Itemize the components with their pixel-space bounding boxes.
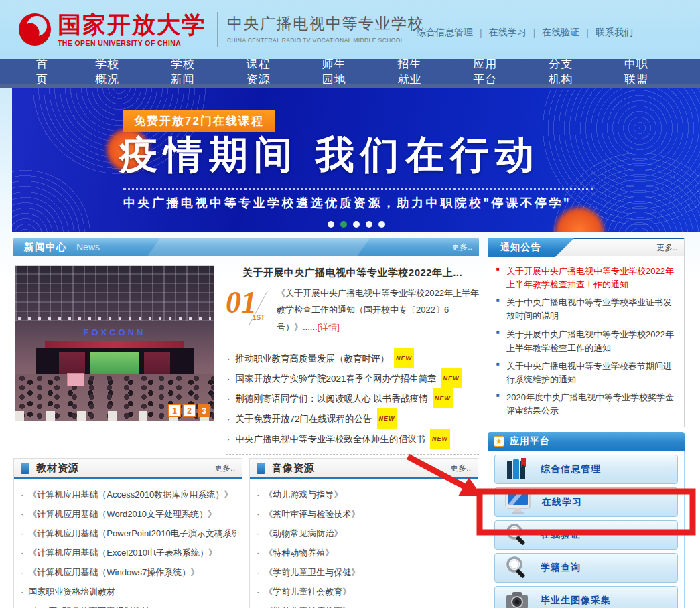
featured-detail-link[interactable]: [详情]: [318, 322, 340, 332]
star-icon: ★: [494, 436, 504, 447]
news-list-item[interactable]: ·推动职业教育高质量发展（教育时评）NEW: [227, 348, 479, 368]
photo-pagination: 1 2 3: [168, 404, 210, 417]
av-item[interactable]: ·《学前儿童社会教育》: [257, 582, 472, 601]
university-logo-icon: ★ ★: [17, 12, 52, 47]
featured-rank-suffix: 1ST: [253, 314, 265, 321]
av-item[interactable]: ·《幼儿游戏与指导》: [257, 485, 472, 504]
photo-page-1[interactable]: 1: [168, 404, 181, 417]
app-platform-header: ★ 应用平台: [488, 432, 685, 451]
av-more-link[interactable]: 更多..: [450, 463, 471, 474]
photo-screen-center: [90, 352, 138, 376]
app-platform-box: ★ 应用平台 综合信息管理: [488, 432, 685, 608]
notice-more-link[interactable]: 更多..: [656, 242, 677, 254]
site-header: ★ ★ 国家开放大学 THE OPEN UNIVERSITY OF CHINA …: [0, 0, 700, 59]
top-link-online-verify[interactable]: 在线验证: [542, 27, 579, 39]
main-nav: 首页 学校概况 学校新闻 课程资源 师生园地 招生就业 应用平台 分支机构 中职…: [0, 59, 700, 88]
platform-button-graduate-photo[interactable]: 毕业生图像采集: [494, 586, 678, 608]
top-link-contact[interactable]: 联系我们: [596, 27, 633, 39]
notice-item-highlighted[interactable]: 关于开展中央广播电视中等专业学校2022年上半年教学检查抽查工作的通知: [496, 264, 677, 291]
notice-list: 关于开展中央广播电视中等专业学校2022年上半年教学检查抽查工作的通知 关于中央…: [488, 256, 684, 418]
banner-title: 疫情期间 我们在行动: [119, 129, 540, 181]
featured-rank: 01 1ST: [226, 285, 277, 335]
camera-icon: [504, 589, 530, 608]
news-list-item[interactable]: ·关于免费开放72门在线课程的公告NEW: [227, 408, 479, 429]
carousel-dot[interactable]: [366, 221, 372, 228]
logo[interactable]: ★ ★ 国家开放大学 THE OPEN UNIVERSITY OF CHINA: [17, 12, 206, 47]
school-name-cn: 中央广播电视中等专业学校: [227, 15, 424, 32]
logo-title-cn: 国家开放大学: [58, 13, 206, 36]
av-item[interactable]: ·《动物常见病防治》: [257, 524, 472, 543]
av-item[interactable]: ·《学前儿童卫生与保健》: [257, 562, 472, 582]
header-divider: [217, 12, 218, 47]
new-badge: NEW: [377, 408, 397, 429]
section-bullet-icon: [21, 463, 29, 474]
top-link-info-mgmt[interactable]: 综合信息管理: [417, 27, 473, 39]
textbook-item[interactable]: ·《计算机应用基础（Access2010数据库应用系统）》: [21, 485, 236, 504]
news-list: ·推动职业教育高质量发展（教育时评）NEW ·国家开放大学实验学院2021春季全…: [226, 344, 479, 455]
nav-item-enrollment[interactable]: 招生就业: [397, 56, 431, 87]
nav-item-app-platform[interactable]: 应用平台: [473, 56, 506, 87]
av-list: ·《幼儿游戏与指导》 ·《茶叶审评与检验技术》 ·《动物常见病防治》 ·《特种动…: [250, 479, 478, 608]
new-badge: NEW: [430, 429, 450, 449]
photo-page-3-active[interactable]: 3: [198, 404, 210, 417]
photo-ceiling: [15, 266, 214, 321]
nav-item-course-resources[interactable]: 课程资源: [247, 56, 280, 87]
platform-button-online-study[interactable]: 在线学习: [494, 487, 678, 517]
platform-button-online-verify[interactable]: 在线验证: [494, 520, 678, 550]
news-list-item[interactable]: ·中央广播电视中等专业学校致全体师生的倡议书NEW: [227, 429, 479, 449]
photo-sign: [67, 373, 84, 386]
carousel-dots: [12, 221, 700, 228]
textbook-item[interactable]: ·“十二五” 职业教育国家规划教材: [21, 601, 236, 608]
carousel-dot[interactable]: [378, 221, 385, 228]
notice-item[interactable]: 2020年度中央广播电视中等专业学校奖学金评审结果公示: [496, 391, 677, 418]
photo-screen-left: [59, 352, 84, 376]
news-list-item[interactable]: ·荆德刚寄语同学们：以阅读暖人心 以书香战疫情NEW: [227, 388, 479, 408]
logo-title-en: THE OPEN UNIVERSITY OF CHINA: [58, 39, 206, 47]
carousel-dot[interactable]: [353, 221, 360, 228]
av-item[interactable]: ·《茶叶审评与检验技术》: [257, 504, 472, 524]
magnifier-icon: [504, 523, 530, 547]
new-badge: NEW: [394, 348, 414, 368]
nav-item-teacher-student[interactable]: 师生园地: [322, 56, 356, 87]
textbook-list: ·《计算机应用基础（Access2010数据库应用系统）》 ·《计算机应用基础（…: [14, 479, 242, 608]
news-photo[interactable]: FOXCONN 1 2 3: [15, 265, 214, 421]
school-name-en: CHINA CENTERAL RADIO TV VOCATIONAL MIDDL…: [227, 37, 424, 44]
textbook-resources-box: 教材资源 更多.. ·《计算机应用基础（Access2010数据库应用系统）》 …: [13, 458, 242, 608]
new-badge: NEW: [433, 388, 453, 408]
news-section-header: 新闻中心 News 更多..: [13, 238, 479, 256]
carousel-dot[interactable]: [328, 221, 334, 228]
textbook-item[interactable]: ·国家职业资格培训教材: [21, 582, 236, 601]
nav-item-home[interactable]: 首页: [36, 56, 53, 87]
av-resources-title: 音像资源: [272, 462, 315, 475]
nav-item-branches[interactable]: 分支机构: [549, 56, 582, 87]
photo-page-2[interactable]: 2: [183, 404, 196, 417]
notice-item[interactable]: 关于开展中央广播电视中等专业学校2022年上半年教学检查工作的通知: [496, 328, 677, 355]
news-list-item[interactable]: ·国家开放大学实验学院2021春季全网办学招生简章NEW: [227, 368, 479, 388]
carousel-dot-active[interactable]: [340, 221, 347, 228]
notice-item[interactable]: 关于中央广播电视中等专业学校春节期间进行系统维护的通知: [496, 360, 677, 386]
textbook-item[interactable]: ·《计算机应用基础（PowerPoint2010电子演示文稿系统...: [21, 524, 236, 543]
av-item[interactable]: ·《特种动物养殖》: [257, 543, 472, 562]
platform-button-info-mgmt[interactable]: 综合信息管理: [494, 455, 678, 484]
news-title-en: News: [76, 242, 100, 252]
textbook-item[interactable]: ·《计算机应用基础（Word2010文字处理系统）》: [21, 504, 236, 524]
news-more-link[interactable]: 更多..: [451, 242, 472, 253]
nav-item-school-news[interactable]: 学校新闻: [171, 56, 204, 87]
section-bullet-icon: [257, 463, 265, 474]
textbook-resources-title: 教材资源: [36, 462, 79, 475]
notice-item[interactable]: 关于中央广播电视中等专业学校毕业证书发放时间的说明: [496, 296, 677, 323]
hero-banner[interactable]: 免费开放72门在线课程 疫情期间 我们在行动 中央广播电视中等专业学校遴选优质资…: [12, 88, 700, 232]
textbook-item[interactable]: ·《计算机应用基础（Excel2010电子表格系统）》: [21, 543, 236, 562]
notice-box: 通知公告 更多.. 关于开展中央广播电视中等专业学校2022年上半年教学检查抽查…: [488, 238, 685, 427]
top-link-online-study[interactable]: 在线学习: [489, 27, 527, 39]
nav-item-school-overview[interactable]: 学校概况: [95, 56, 129, 87]
featured-news-title[interactable]: 关于开展中央广播电视中等专业学校2022年上...: [226, 267, 479, 279]
av-item[interactable]: ·《学前儿童健康教育》: [257, 601, 472, 608]
textbook-more-link[interactable]: 更多..: [214, 463, 235, 474]
notice-header: 通知公告 更多..: [488, 238, 684, 256]
nav-item-vocational-alliance[interactable]: 中职联盟: [624, 56, 658, 87]
platform-button-enrollment-query[interactable]: 学籍查询: [494, 553, 678, 583]
app-platform-title: 应用平台: [510, 435, 550, 447]
textbook-item[interactable]: ·《计算机应用基础（Windows7操作系统）》: [21, 562, 236, 582]
top-links: 综合信息管理| 在线学习| 在线验证| 联系我们: [417, 27, 633, 39]
